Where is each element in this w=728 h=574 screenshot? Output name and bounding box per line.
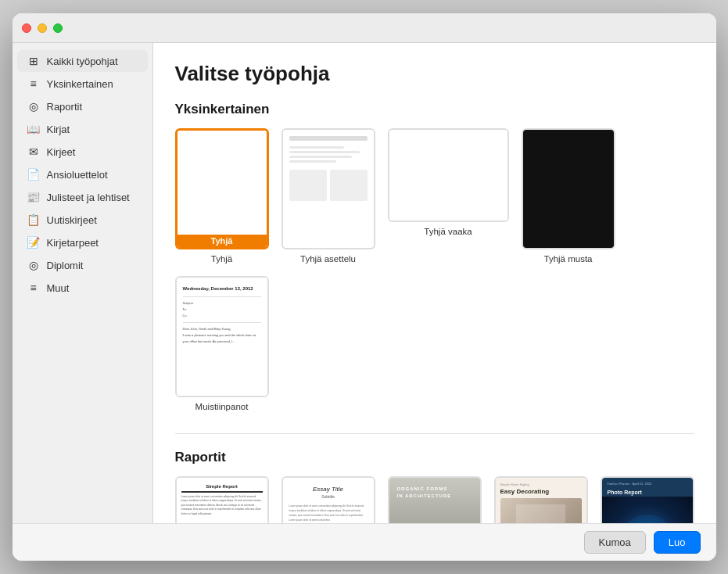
template-thumb-nykyaikainen-raportti[interactable]: Simple Home Styling Easy Decorating Lore… xyxy=(494,476,588,523)
sidebar-item-muut[interactable]: ≡ Muut xyxy=(17,277,148,299)
sidebar-label-muut: Muut xyxy=(47,282,70,294)
template-tyhja-vaaka[interactable]: Tyhjä vaaka xyxy=(388,128,509,264)
sidebar-item-diplomit[interactable]: ◎ Diplomit xyxy=(17,254,148,276)
sidebar-item-kaikki[interactable]: ⊞ Kaikki työpohjat xyxy=(17,50,148,72)
sidebar-item-raportit[interactable]: ◎ Raportit xyxy=(17,95,148,117)
template-thumb-yksinkertainen-raportti[interactable]: Simple Report Lorem ipsum dolor sit amet… xyxy=(175,476,269,523)
sidebar-label-kirjat: Kirjat xyxy=(47,124,70,135)
section-title-yksinkertainen: Yksinkertainen xyxy=(175,102,694,117)
letter-icon: ✉ xyxy=(27,145,41,158)
minimize-button[interactable] xyxy=(38,23,47,33)
template-thumb-muistiinpanot[interactable]: Wednesday, December 12, 2012 Subject To:… xyxy=(175,276,269,397)
template-label-tyhja-musta: Tyhjä musta xyxy=(544,254,593,264)
template-tyhja-musta[interactable]: Tyhjä musta xyxy=(522,128,615,264)
template-badge-tyhja: Tyhjä xyxy=(178,235,267,247)
section-divider-raportit xyxy=(175,433,694,434)
templates-grid-raportit: Simple Report Lorem ipsum dolor sit amet… xyxy=(175,476,694,523)
sidebar-label-diplomit: Diplomit xyxy=(47,260,84,271)
sidebar-item-yksinkertainen[interactable]: ≡ Yksinkertainen xyxy=(17,73,148,95)
sidebar-item-uutiskirjeet[interactable]: 📋 Uutiskirjeet xyxy=(17,209,148,231)
resume-icon: 📄 xyxy=(27,168,41,181)
other-icon: ≡ xyxy=(27,282,41,294)
template-label-tyhja-asettelu: Tyhjä asettelu xyxy=(300,254,356,264)
app-window: Näytä kaikki työpohjat tai näytä kategor… xyxy=(13,13,716,561)
sidebar-label-yksinkertainen: Yksinkertainen xyxy=(47,78,113,90)
sidebar-label-kirjeet: Kirjeet xyxy=(47,146,76,158)
template-thumb-essee[interactable]: Essay Title Subtitle Lorem ipsum dolor s… xyxy=(282,476,375,523)
template-thumb-kuvallinen-raportti[interactable]: Fashion Planner · April 15, 2022 Photo R… xyxy=(601,476,694,523)
templates-grid-yksinkertainen: Tyhjä Tyhjä xyxy=(175,128,694,411)
maximize-button[interactable] xyxy=(53,23,63,33)
template-nykyaikainen-raportti[interactable]: Simple Home Styling Easy Decorating Lore… xyxy=(494,476,588,523)
main-content: Valitse työpohja Yksinkertainen Tyhjä Ty… xyxy=(153,43,716,523)
sidebar-item-julisteet[interactable]: 📰 Julisteet ja lehtiset xyxy=(17,186,148,208)
template-label-muistiinpanot: Muistiinpanot xyxy=(195,402,249,411)
sidebar-label-kaikki: Kaikki työpohjat xyxy=(47,56,118,67)
close-button[interactable] xyxy=(22,23,31,33)
template-label-tyhja-vaaka: Tyhjä vaaka xyxy=(424,227,472,236)
page-title: Valitse työpohja xyxy=(175,62,694,86)
titlebar xyxy=(13,13,716,43)
footer-bar: Kumoa Luo xyxy=(13,523,716,561)
template-label-tyhja: Tyhjä xyxy=(211,254,233,264)
book-icon: 📖 xyxy=(27,123,41,135)
template-kuvallinen-raportti[interactable]: Fashion Planner · April 15, 2022 Photo R… xyxy=(601,476,694,523)
template-tyhja-asettelu[interactable]: Tyhjä asettelu xyxy=(282,128,375,264)
sidebar-label-raportit: Raportit xyxy=(47,101,83,113)
template-thumb-tyhja[interactable]: Tyhjä xyxy=(175,128,269,249)
sidebar-item-kirjeet[interactable]: ✉ Kirjeet xyxy=(17,141,148,163)
stationery-icon: 📝 xyxy=(27,236,41,249)
template-tyhja[interactable]: Tyhjä Tyhjä xyxy=(175,128,269,264)
template-yksinkertainen-raportti[interactable]: Simple Report Lorem ipsum dolor sit amet… xyxy=(175,476,269,523)
grid-icon: ⊞ xyxy=(27,55,41,67)
template-thumb-tyhja-asettelu[interactable] xyxy=(282,128,375,249)
template-minimalistinen-raportti[interactable]: ORGANIC FORMSIN ARCHITECTURE Lorem ipsum… xyxy=(388,476,482,523)
section-title-raportit: Raportit xyxy=(175,450,694,465)
sidebar-item-ansioluettelot[interactable]: 📄 Ansioluettelot xyxy=(17,163,148,185)
sidebar-label-uutiskirjeet: Uutiskirjeet xyxy=(47,214,97,226)
poster-icon: 📰 xyxy=(27,191,41,203)
sidebar-label-ansioluettelot: Ansioluettelot xyxy=(47,169,108,181)
doc-icon: ≡ xyxy=(27,77,41,90)
newsletter-icon: 📋 xyxy=(27,213,41,226)
template-thumb-minimalistinen-raportti[interactable]: ORGANIC FORMSIN ARCHITECTURE Lorem ipsum… xyxy=(388,476,482,523)
template-essee[interactable]: Essay Title Subtitle Lorem ipsum dolor s… xyxy=(282,476,375,523)
cancel-button[interactable]: Kumoa xyxy=(584,531,646,554)
report-icon: ◎ xyxy=(27,100,41,113)
content-area: ⊞ Kaikki työpohjat ≡ Yksinkertainen ◎ Ra… xyxy=(13,43,716,523)
create-button[interactable]: Luo xyxy=(654,531,701,554)
sidebar-item-kirjat[interactable]: 📖 Kirjat xyxy=(17,118,148,140)
sidebar-item-kirjetarpeet[interactable]: 📝 Kirjetarpeet xyxy=(17,231,148,253)
template-thumb-tyhja-musta[interactable] xyxy=(522,128,615,249)
sidebar-label-kirjetarpeet: Kirjetarpeet xyxy=(47,237,99,249)
sidebar-label-julisteet: Julisteet ja lehtiset xyxy=(47,192,130,203)
template-thumb-tyhja-vaaka[interactable] xyxy=(388,128,509,222)
sidebar: ⊞ Kaikki työpohjat ≡ Yksinkertainen ◎ Ra… xyxy=(13,43,153,523)
diploma-icon: ◎ xyxy=(27,259,41,271)
template-muistiinpanot[interactable]: Wednesday, December 12, 2012 Subject To:… xyxy=(175,276,269,411)
